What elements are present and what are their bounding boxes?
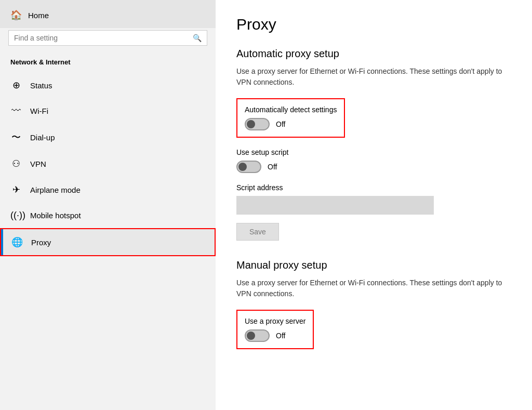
sidebar-item-status[interactable]: ⊕ Status (0, 72, 216, 98)
search-input[interactable] (14, 34, 193, 42)
search-icon: 🔍 (193, 34, 202, 42)
setup-script-toggle[interactable] (236, 161, 261, 173)
home-icon: 🏠 (10, 9, 22, 21)
sidebar-item-hotspot[interactable]: ((·)) Mobile hotspot (0, 203, 216, 228)
sidebar-item-label: Mobile hotspot (30, 211, 81, 220)
use-proxy-label: Use a proxy server (245, 317, 305, 325)
use-proxy-toggle-group: Use a proxy server Off (236, 310, 314, 349)
page-title: Proxy (236, 16, 511, 33)
toggle-thumb (238, 163, 247, 171)
main-content: Proxy Automatic proxy setup Use a proxy … (216, 0, 532, 410)
sidebar-nav: ⊕ Status 〰 Wi-Fi 〜 Dial-up ⚇ VPN ✈ Airpl… (0, 72, 216, 256)
script-address-input[interactable] (236, 196, 434, 215)
setup-script-row: Use setup script Off (236, 148, 511, 173)
vpn-icon: ⚇ (10, 158, 22, 169)
sidebar: 🏠 Home 🔍 Network & Internet ⊕ Status 〰 W… (0, 0, 216, 410)
section-title: Network & Internet (0, 54, 216, 72)
sidebar-item-wifi[interactable]: 〰 Wi-Fi (0, 98, 216, 124)
sidebar-item-label: Wi-Fi (30, 107, 48, 115)
sidebar-item-label: Airplane mode (30, 186, 81, 194)
toggle-thumb (247, 332, 255, 340)
auto-detect-toggle[interactable] (245, 118, 270, 130)
sidebar-item-label: Proxy (31, 238, 51, 247)
sidebar-item-label: Status (30, 81, 52, 90)
dialup-icon: 〜 (10, 131, 22, 143)
sidebar-item-vpn[interactable]: ⚇ VPN (0, 151, 216, 177)
sidebar-item-airplane[interactable]: ✈ Airplane mode (0, 177, 216, 203)
setup-script-toggle-container: Off (236, 161, 511, 173)
sidebar-item-label: Dial-up (30, 133, 55, 142)
toggle-thumb (247, 120, 255, 128)
proxy-icon: 🌐 (11, 236, 23, 248)
setup-script-label: Use setup script (236, 148, 511, 156)
manual-section-title: Manual proxy setup (236, 259, 511, 271)
use-proxy-toggle[interactable] (245, 329, 270, 342)
status-icon: ⊕ (10, 80, 22, 91)
auto-detect-label: Automatically detect settings (245, 105, 337, 114)
hotspot-icon: ((·)) (10, 210, 22, 221)
manual-section-desc: Use a proxy server for Ethernet or Wi-Fi… (236, 277, 511, 299)
setup-script-state: Off (268, 163, 277, 171)
sidebar-item-dialup[interactable]: 〜 Dial-up (0, 124, 216, 151)
auto-detect-toggle-container: Off (245, 118, 337, 130)
home-label: Home (28, 11, 49, 20)
automatic-section-title: Automatic proxy setup (236, 48, 511, 60)
use-proxy-state: Off (276, 332, 285, 340)
auto-detect-state: Off (276, 120, 285, 128)
auto-detect-toggle-group: Automatically detect settings Off (236, 98, 345, 138)
airplane-icon: ✈ (10, 184, 22, 195)
automatic-section-desc: Use a proxy server for Ethernet or Wi-Fi… (236, 66, 511, 88)
sidebar-item-home[interactable]: 🏠 Home (0, 0, 216, 28)
save-button[interactable]: Save (236, 223, 279, 241)
wifi-icon: 〰 (10, 105, 22, 116)
sidebar-item-proxy[interactable]: 🌐 Proxy (0, 228, 216, 256)
search-box: 🔍 (8, 30, 207, 46)
sidebar-item-label: VPN (30, 160, 46, 168)
script-address-label: Script address (236, 183, 511, 192)
use-proxy-toggle-container: Off (245, 329, 305, 342)
